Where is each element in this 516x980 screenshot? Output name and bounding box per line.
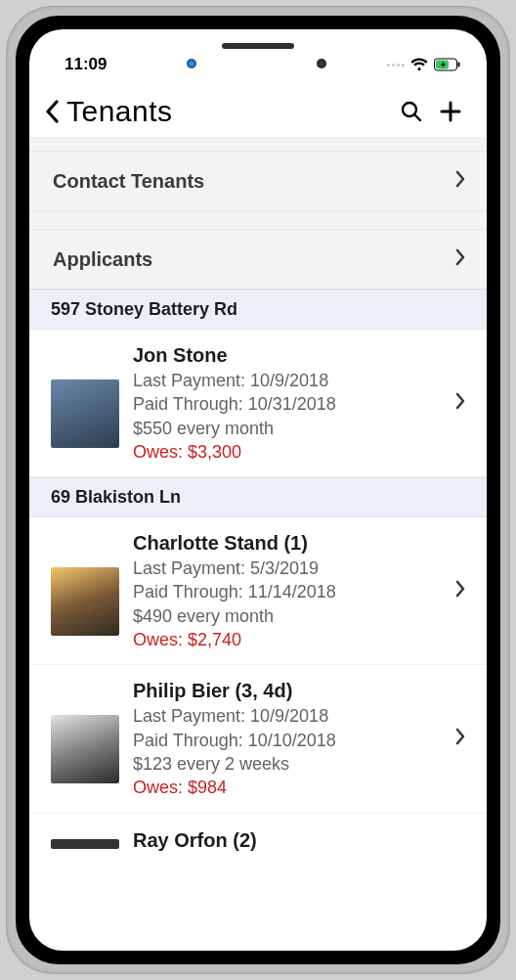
signal-dots-icon — [387, 64, 405, 67]
paid-through: Paid Through: 10/10/2018 — [133, 729, 442, 752]
tenant-info: Charlotte Stand (1) Last Payment: 5/3/20… — [133, 530, 442, 651]
rent-amount: $490 every month — [133, 604, 442, 628]
add-button[interactable] — [434, 95, 467, 128]
chevron-right-icon — [455, 248, 465, 271]
svg-rect-2 — [458, 63, 460, 67]
paid-through: Paid Through: 10/31/2018 — [133, 392, 442, 416]
content-scroll[interactable]: Contact Tenants Applicants 597 Stoney Ba… — [29, 137, 487, 951]
tenant-name: Philip Bier (3, 4d) — [133, 678, 442, 704]
tenant-name: Jon Stone — [133, 342, 442, 369]
status-time: 11:09 — [64, 55, 387, 74]
owes-amount: Owes: $984 — [133, 776, 442, 799]
avatar — [51, 379, 119, 448]
rent-amount: $550 every month — [133, 417, 442, 440]
avatar — [51, 715, 119, 783]
owes-amount: Owes: $3,300 — [133, 440, 442, 464]
nav-bar: Tenants — [29, 86, 487, 137]
screen: 11:09 Tenants — [29, 29, 487, 951]
camera-dot — [187, 59, 196, 68]
phone-case: 11:09 Tenants — [6, 6, 510, 974]
group-header: 597 Stoney Battery Rd — [29, 290, 487, 330]
sensor-dot — [317, 59, 326, 68]
chevron-right-icon — [455, 580, 465, 602]
status-bar: 11:09 — [29, 43, 487, 86]
section-gap — [29, 137, 487, 151]
rent-amount: $123 every 2 weeks — [133, 752, 442, 776]
section-gap — [29, 211, 487, 229]
avatar — [51, 567, 119, 636]
page-title: Tenants — [66, 95, 389, 128]
svg-line-4 — [415, 115, 421, 121]
group-address: 69 Blakiston Ln — [51, 487, 181, 507]
phone-body: 11:09 Tenants — [16, 16, 500, 964]
chevron-right-icon — [455, 728, 465, 750]
tenant-name: Ray Orfon (2) — [133, 827, 465, 854]
status-icons — [387, 58, 461, 71]
owes-amount: Owes: $2,740 — [133, 628, 442, 651]
tenant-info: Jon Stone Last Payment: 10/9/2018 Paid T… — [133, 342, 442, 464]
tenant-name: Charlotte Stand (1) — [133, 530, 442, 557]
contact-tenants-label: Contact Tenants — [53, 170, 455, 193]
group-header: 69 Blakiston Ln — [29, 477, 487, 517]
applicants-label: Applicants — [53, 248, 455, 271]
battery-charging-icon — [434, 58, 461, 71]
tenant-row[interactable]: Ray Orfon (2) — [29, 814, 487, 854]
last-payment: Last Payment: 5/3/2019 — [133, 557, 442, 580]
chevron-right-icon — [455, 392, 465, 415]
wifi-icon — [410, 58, 428, 71]
search-button[interactable] — [395, 95, 428, 128]
tenant-row[interactable]: Jon Stone Last Payment: 10/9/2018 Paid T… — [29, 330, 487, 477]
back-button[interactable] — [43, 97, 61, 126]
contact-tenants-row[interactable]: Contact Tenants — [29, 151, 487, 211]
avatar — [51, 839, 119, 849]
last-payment: Last Payment: 10/9/2018 — [133, 369, 442, 392]
paid-through: Paid Through: 11/14/2018 — [133, 580, 442, 603]
chevron-right-icon — [455, 170, 465, 193]
tenant-row[interactable]: Charlotte Stand (1) Last Payment: 5/3/20… — [29, 517, 487, 665]
last-payment: Last Payment: 10/9/2018 — [133, 704, 442, 728]
tenant-row[interactable]: Philip Bier (3, 4d) Last Payment: 10/9/2… — [29, 665, 487, 813]
tenant-info: Ray Orfon (2) — [133, 827, 465, 854]
speaker-grille — [222, 43, 294, 49]
group-address: 597 Stoney Battery Rd — [51, 299, 237, 319]
applicants-row[interactable]: Applicants — [29, 229, 487, 290]
tenant-info: Philip Bier (3, 4d) Last Payment: 10/9/2… — [133, 678, 442, 799]
